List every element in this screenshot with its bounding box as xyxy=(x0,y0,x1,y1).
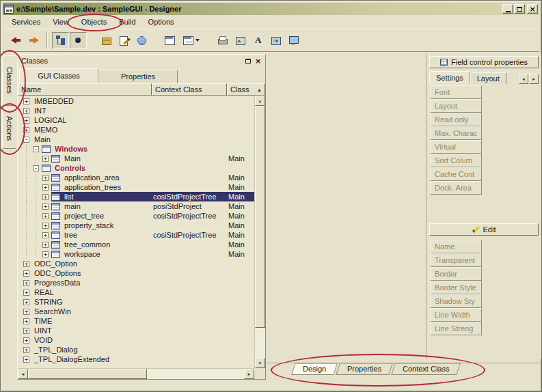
forward-button[interactable] xyxy=(25,32,42,49)
tree-row-application-area[interactable]: +application_areaMain xyxy=(18,173,254,182)
column-header-context-class[interactable]: Context Class xyxy=(152,83,227,96)
tree-expander[interactable]: + xyxy=(42,175,49,181)
tab-scroll-right-button[interactable]: ► xyxy=(529,74,539,84)
menu-item-objects[interactable]: Objects xyxy=(75,16,113,27)
prop-button-read-only[interactable]: Read only xyxy=(430,113,482,126)
tree-row-string[interactable]: +STRING xyxy=(18,297,254,307)
tree-expander[interactable]: + xyxy=(23,347,29,353)
tree-expander[interactable]: + xyxy=(42,204,49,210)
tree-expander[interactable]: + xyxy=(42,232,49,238)
package-button[interactable] xyxy=(98,32,115,49)
horizontal-scroll-thumb[interactable] xyxy=(28,369,147,379)
tree-row-void[interactable]: +VOID xyxy=(18,335,254,345)
objects-dot-button[interactable] xyxy=(70,32,87,49)
tree-row-controls[interactable]: -Controls xyxy=(18,163,254,173)
prop-button-border-style[interactable]: Border Style xyxy=(430,281,482,294)
prop-button-line-width[interactable]: Line Width xyxy=(430,308,482,322)
form-edit-button[interactable] xyxy=(116,32,133,49)
classes-panel-header[interactable]: Classes × xyxy=(18,55,265,67)
tree-row-property-stack[interactable]: +property_stackMain xyxy=(18,221,254,230)
side-tab-classes[interactable]: Classes xyxy=(2,55,16,106)
class-tree-button[interactable] xyxy=(52,32,69,49)
dropdown-arrow-icon[interactable] xyxy=(195,39,200,42)
prop-button-border[interactable]: Border xyxy=(430,267,482,281)
prop-button-virtual[interactable]: Virtual xyxy=(430,140,482,154)
prop-button-line-streng[interactable]: Line Streng xyxy=(430,322,482,335)
window-grid-button[interactable] xyxy=(161,32,178,49)
tree-expander[interactable]: + xyxy=(23,280,29,286)
tree-row-workspace[interactable]: +workspaceMain xyxy=(18,249,254,259)
tree-expander[interactable]: + xyxy=(23,309,29,315)
tree-expander[interactable]: + xyxy=(42,194,49,200)
stamp-button[interactable] xyxy=(232,32,249,49)
column-header-name[interactable]: Name xyxy=(18,83,152,96)
panel-close-button[interactable]: × xyxy=(253,56,263,66)
tree-row-tpl-dialog[interactable]: +_TPL_Dialog xyxy=(18,345,254,354)
prop-button-name[interactable]: Name xyxy=(430,240,482,253)
tree-expander[interactable]: + xyxy=(23,270,29,277)
tree-row-memo[interactable]: +MEMO xyxy=(18,125,254,135)
field-control-properties-button[interactable]: Field control properties xyxy=(429,56,539,68)
titlebar[interactable]: e:\Sample\Sample.dev : SampleGUI - Desig… xyxy=(3,3,539,15)
tree-expander[interactable]: + xyxy=(23,127,29,133)
tree-expander[interactable]: + xyxy=(23,356,29,363)
prop-button-cache-cont[interactable]: Cache Cont xyxy=(430,167,482,181)
prop-tab-settings[interactable]: Settings xyxy=(429,71,470,84)
tree-expander[interactable]: + xyxy=(23,318,29,324)
tree-row-windows[interactable]: -Windows xyxy=(18,144,254,154)
prop-button-layout[interactable]: Layout xyxy=(430,99,482,113)
scroll-left-button[interactable]: ◄ xyxy=(18,369,28,379)
prop-tab-layout[interactable]: Layout xyxy=(470,72,506,84)
edit-button[interactable]: Edit xyxy=(429,223,539,236)
prop-button-dock-area[interactable]: Dock. Area xyxy=(430,181,482,195)
tree-expander[interactable]: + xyxy=(23,290,29,296)
menu-item-services[interactable]: Services xyxy=(5,16,46,27)
window-new-button[interactable] xyxy=(179,32,203,49)
bottom-tab-context-class[interactable]: Context Class xyxy=(392,363,461,375)
tree-row-main[interactable]: +mainposiStdProjectMain xyxy=(18,201,254,211)
tree-expander[interactable]: + xyxy=(42,156,49,162)
font-button[interactable] xyxy=(249,32,267,49)
scroll-down-button[interactable]: ▼ xyxy=(255,358,265,368)
horizontal-scroll-track[interactable] xyxy=(28,369,244,379)
minimize-button[interactable] xyxy=(502,4,513,14)
tree-expander[interactable]: + xyxy=(23,98,29,104)
vertical-scroll-thumb[interactable] xyxy=(255,106,265,328)
scroll-right-button[interactable]: ► xyxy=(244,369,254,379)
tab-scroll-left-button[interactable]: ◄ xyxy=(519,74,528,84)
tree-expander[interactable]: + xyxy=(23,108,29,114)
tree-expander[interactable]: - xyxy=(33,146,39,152)
menu-item-build[interactable]: Build xyxy=(113,16,141,27)
prop-button-transparent[interactable]: Transparent xyxy=(430,253,482,267)
tab-properties[interactable]: Properties xyxy=(98,70,178,83)
tree-expander[interactable]: + xyxy=(42,184,49,191)
tree-row-imbedded[interactable]: +IMBEDDED xyxy=(18,96,254,106)
prop-button-shadow-sty[interactable]: Shadow Sty xyxy=(430,294,482,308)
horizontal-scrollbar[interactable]: ◄ ► xyxy=(18,368,254,379)
screen-button[interactable] xyxy=(285,32,302,49)
tree-expander[interactable]: + xyxy=(23,261,29,267)
tree-row-main[interactable]: +MainMain xyxy=(18,154,254,163)
vertical-scroll-track[interactable] xyxy=(255,106,265,358)
tree-row-tpl-dialogextended[interactable]: +_TPL_DialogExtended xyxy=(18,354,254,364)
prop-button-sort-colum[interactable]: Sort Colum xyxy=(430,154,482,167)
tree-row-tree[interactable]: +treecosiStdProjectTreeMain xyxy=(18,230,254,240)
tree-expander[interactable]: + xyxy=(23,299,29,305)
tree-row-odc-options[interactable]: +ODC_Options xyxy=(18,268,254,278)
tree-row-logical[interactable]: +LOGICAL xyxy=(18,115,254,125)
tree-expander[interactable]: + xyxy=(23,337,29,344)
tree-expander[interactable]: + xyxy=(42,242,49,248)
tree-row-odc-option[interactable]: +ODC_Option xyxy=(18,259,254,268)
tree-row-searchwin[interactable]: +SearchWin xyxy=(18,307,254,316)
menu-item-view[interactable]: View xyxy=(46,16,75,27)
tree-expander[interactable]: - xyxy=(33,165,39,171)
image-button[interactable] xyxy=(267,32,284,49)
column-header-class[interactable]: Class ▲ xyxy=(227,83,265,96)
tree-row-progressdata[interactable]: +ProgressData xyxy=(18,278,254,288)
bottom-tab-design[interactable]: Design xyxy=(291,363,338,375)
tree-expander[interactable]: + xyxy=(42,251,49,257)
printer-button[interactable] xyxy=(214,32,231,49)
tree-row-list[interactable]: +listcosiStdProjectTreeMain xyxy=(18,192,254,201)
tree-expander[interactable]: - xyxy=(23,137,29,143)
panel-float-button[interactable] xyxy=(243,56,253,66)
